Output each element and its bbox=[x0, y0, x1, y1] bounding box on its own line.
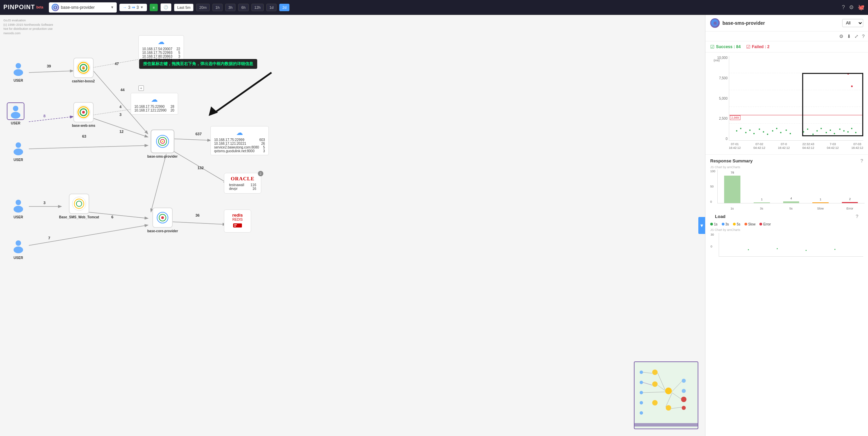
node-user1[interactable]: USER bbox=[10, 60, 27, 82]
svg-marker-50 bbox=[209, 106, 218, 116]
svg-line-12 bbox=[170, 222, 226, 224]
bar-col-error: 2 bbox=[835, 202, 865, 203]
oracle-row1-label: testnawall bbox=[229, 183, 244, 187]
topology-edges bbox=[0, 15, 705, 436]
right-panel-header: base-sms-provider All bbox=[705, 15, 868, 32]
scatter-chart[interactable]: 10,000 7,500 5,000 2,500 0 (ms) 2, bbox=[710, 56, 863, 151]
svg-point-56 bbox=[640, 411, 643, 415]
flow-to: 3 bbox=[136, 5, 139, 10]
filter-select[interactable]: All bbox=[842, 19, 863, 27]
help-icon[interactable]: ? bbox=[842, 4, 845, 11]
expand-btn-1[interactable]: + bbox=[138, 85, 144, 91]
svg-point-57 bbox=[652, 370, 658, 375]
edge-label-8: 8 bbox=[43, 114, 45, 118]
svg-point-38 bbox=[162, 141, 163, 142]
edge-label-637: 637 bbox=[195, 132, 202, 136]
node-user3[interactable]: USER bbox=[10, 139, 27, 162]
12h-btn[interactable]: 12h bbox=[251, 4, 264, 11]
bar-chart-y: 100 50 0 bbox=[710, 170, 715, 203]
6h-btn[interactable]: 6h bbox=[238, 4, 248, 11]
chart-plot-area[interactable]: 2,989 bbox=[729, 56, 863, 141]
failed-check-icon: ☑ bbox=[746, 44, 751, 49]
topology-panel[interactable]: GoJS evaluation (c) 1998–2015 Northwoods… bbox=[0, 15, 705, 436]
node-user4[interactable]: USER bbox=[10, 196, 27, 219]
flow-badge[interactable]: → 3 ⇒ 3 ▼ bbox=[119, 4, 147, 11]
node-core-provider[interactable]: base-core-provider bbox=[147, 207, 178, 233]
redis-node[interactable]: redis REDIS bbox=[224, 210, 251, 233]
bar-col-1s: 78 bbox=[718, 176, 747, 203]
svg-point-33 bbox=[82, 111, 85, 114]
load-chart-area[interactable]: 30 0 bbox=[719, 233, 863, 257]
bar-slow: 1 bbox=[812, 202, 829, 203]
mini-map[interactable] bbox=[634, 361, 698, 429]
redis-logo: redis bbox=[229, 213, 246, 218]
navbar: PINPOINT beta base-sms-provider ▼ → 3 ⇒ … bbox=[0, 0, 868, 15]
2d-btn[interactable]: 2d bbox=[279, 4, 289, 11]
legend-error: Error bbox=[759, 222, 771, 226]
svg-point-61 bbox=[666, 405, 671, 411]
bar-chart-area: 100 50 0 78 1 bbox=[705, 170, 868, 210]
bar-1s: 78 bbox=[724, 176, 740, 203]
gojs-watermark: GoJS evaluation (c) 1998–2015 Northwoods… bbox=[3, 18, 53, 35]
1h-btn[interactable]: 1h bbox=[212, 4, 223, 11]
svg-text:🐱: 🐱 bbox=[82, 66, 85, 70]
node-user2[interactable]: USER bbox=[7, 102, 24, 125]
load-help-icon[interactable]: ? bbox=[855, 214, 858, 219]
edge-label-3: 3 bbox=[119, 113, 121, 117]
coreprovider-label: base-core-provider bbox=[147, 229, 178, 233]
node-cashier[interactable]: 🐱 cashier-boss2 bbox=[72, 58, 95, 83]
right-panel: base-sms-provider All ⚙ ⬇ ⤢ ? ☑ Success … bbox=[705, 15, 868, 436]
user5-label: USER bbox=[14, 256, 23, 260]
info-box-2: ☁ 10.168.17.75:2299028 10.168.17.121:229… bbox=[131, 93, 178, 115]
collapse-panel-btn[interactable]: ▼ bbox=[698, 217, 705, 234]
clock-btn[interactable]: 🕐 bbox=[161, 3, 171, 11]
response-summary-header: Response Summary ? bbox=[705, 155, 868, 165]
svg-point-15 bbox=[16, 63, 21, 68]
20m-btn[interactable]: 20m bbox=[196, 4, 209, 11]
svg-point-24 bbox=[14, 246, 23, 253]
view-toggle-btn[interactable]: ≡ bbox=[150, 4, 158, 11]
edge-label-39: 39 bbox=[47, 64, 51, 68]
legend-failed: ☑ Failed : 2 bbox=[746, 44, 770, 49]
settings-icon[interactable]: ⚙ bbox=[849, 4, 854, 11]
1d-btn[interactable]: 1d bbox=[266, 4, 277, 11]
svg-point-16 bbox=[14, 69, 23, 76]
redis-icon bbox=[232, 222, 243, 229]
download-icon[interactable]: ⬇ bbox=[847, 34, 851, 39]
svg-point-22 bbox=[14, 206, 23, 213]
node-web-sms[interactable]: base-web-sms bbox=[72, 102, 95, 127]
last5m-btn[interactable]: Last 5m bbox=[174, 4, 193, 11]
github-icon[interactable]: 🐙 bbox=[858, 4, 865, 11]
mini-map-svg bbox=[635, 362, 698, 427]
load-legend: 1s 3s 5s Slow Error bbox=[710, 220, 863, 228]
app-logo: PINPOINT bbox=[3, 4, 35, 11]
app-icon bbox=[52, 4, 59, 11]
bar-5s: 4 bbox=[783, 201, 799, 203]
dot-8 bbox=[767, 134, 768, 135]
expand-icon[interactable]: ⤢ bbox=[854, 34, 858, 39]
node-sms-provider[interactable]: base-sms-provider bbox=[147, 130, 177, 158]
load-section-header: Load ? bbox=[710, 210, 863, 220]
svg-point-65 bbox=[682, 406, 686, 410]
svg-point-52 bbox=[640, 371, 643, 374]
settings-panel-icon[interactable]: ⚙ bbox=[839, 34, 844, 39]
node-user5[interactable]: USER bbox=[10, 237, 27, 260]
user4-label: USER bbox=[14, 215, 23, 219]
3h-btn[interactable]: 3h bbox=[225, 4, 235, 11]
node-tomcat[interactable]: Base_SMS_Web_Tomcat bbox=[59, 194, 99, 219]
response-help-icon[interactable]: ? bbox=[860, 158, 863, 163]
logo-area: PINPOINT beta bbox=[3, 4, 43, 11]
bar-3s: 1 bbox=[754, 202, 770, 203]
help-panel-icon[interactable]: ? bbox=[862, 34, 865, 39]
load-dot-4 bbox=[834, 249, 835, 250]
app-selector[interactable]: base-sms-provider ▼ bbox=[49, 2, 117, 13]
oracle-node[interactable]: 2 ORACLE testnawall116 devpr16 bbox=[224, 173, 261, 194]
svg-line-3 bbox=[29, 145, 148, 149]
amcharts-watermark-1: JS Chart by amCharts bbox=[705, 165, 868, 170]
legend-3s: 3s bbox=[722, 222, 729, 226]
user-icon-2 bbox=[8, 104, 23, 119]
svg-point-21 bbox=[16, 200, 21, 205]
redis-label: REDIS bbox=[229, 218, 246, 221]
edge-label-3-user4: 3 bbox=[43, 201, 45, 205]
svg-line-8 bbox=[93, 118, 148, 137]
